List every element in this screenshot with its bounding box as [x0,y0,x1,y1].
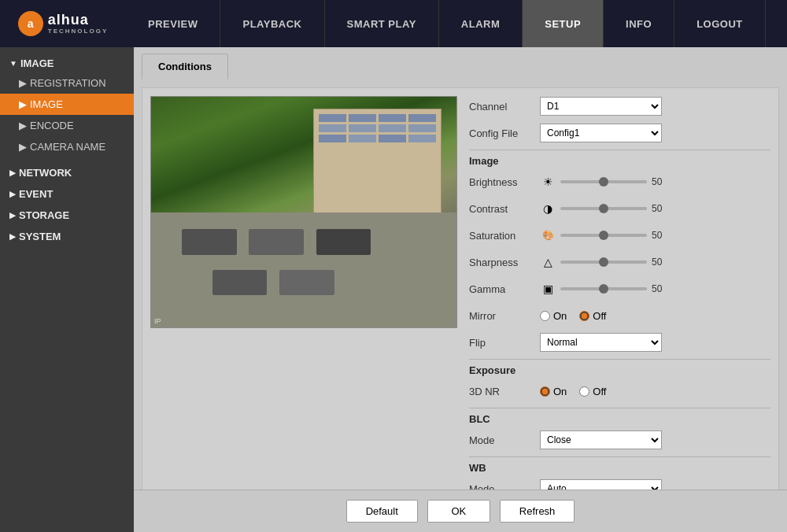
wb-section-title: WB [469,462,770,474]
conditions-tab[interactable]: Conditions [142,54,228,79]
blc-mode-value: Close BLC HLC WDR [540,430,770,449]
sharpness-row: Sharpness △ 50 [469,252,770,272]
contrast-row: Contrast ◑ 50 [469,198,770,219]
sidebar-section-storage[interactable]: ▶ STORAGE [0,203,134,224]
sidebar-cameraname-label: CAMERA NAME [30,141,105,153]
mirror-on-label[interactable]: On [540,310,567,322]
brightness-row: Brightness ☀ 50 [469,172,770,192]
logo-subtext: TECHNOLOGY [48,28,108,35]
brightness-value: ☀ 50 [540,174,770,190]
network-arrow-icon: ▶ [9,168,16,177]
sidebar-encode-label: ENCODE [30,120,74,131]
flip-label: Flip [469,337,540,349]
window [319,135,346,142]
window [319,124,346,132]
car3 [316,229,371,254]
contrast-slider[interactable] [560,207,647,210]
wb-mode-value: Auto Indoor Outdoor Manual [540,479,770,490]
divider-4 [469,456,770,457]
saturation-slider[interactable] [560,234,647,237]
3dnr-off-radio[interactable] [579,386,589,397]
sidebar-item-registration[interactable]: ▶ REGISTRATION [0,72,134,94]
content-area: IP Channel D1 D2 D3 [142,87,779,490]
3dnr-label: 3D NR [469,386,540,397]
config-file-select[interactable]: Config1 Config2 Config3 [540,124,662,142]
window [349,135,376,142]
window [319,114,346,122]
sidebar-cameraname-arrow-icon: ▶ [19,141,27,153]
wb-mode-select[interactable]: Auto Indoor Outdoor Manual [540,479,662,490]
mirror-row: Mirror On Off [469,305,770,326]
window [349,114,376,122]
building-windows [314,109,441,147]
gamma-slider[interactable] [560,287,647,290]
channel-label: Channel [469,101,540,113]
3dnr-on-label[interactable]: On [540,386,567,397]
sidebar-section-network[interactable]: ▶ NETWORK [0,161,134,182]
sidebar-item-image[interactable]: ▶ IMAGE [0,94,134,115]
sidebar-section-event[interactable]: ▶ EVENT [0,182,134,203]
divider-3 [469,408,770,408]
mirror-on-text: On [553,310,567,322]
3dnr-on-text: On [553,386,567,397]
mirror-label: Mirror [469,310,540,322]
sharpness-val: 50 [652,257,674,268]
tab-smartplay[interactable]: SMART PLAY [325,0,439,47]
storage-arrow-icon: ▶ [9,211,16,220]
refresh-button[interactable]: Refresh [500,500,575,523]
gamma-value: ▣ 50 [540,281,770,297]
3dnr-on-radio[interactable] [540,386,550,397]
flip-select[interactable]: Normal Flip Mirror 180° [540,333,662,352]
tab-bar: Conditions [142,54,779,79]
mirror-off-label[interactable]: Off [579,310,606,322]
contrast-value: ◑ 50 [540,201,770,216]
sidebar-arrow-icon: ▶ [19,77,27,89]
car5 [279,270,334,295]
sharpness-value: △ 50 [540,254,770,270]
sidebar-section-image[interactable]: ▼ IMAGE [0,51,134,72]
tab-logout[interactable]: LOGOUT [674,0,766,47]
flip-value: Normal Flip Mirror 180° [540,333,770,352]
gamma-row: Gamma ▣ 50 [469,279,770,299]
blc-mode-select[interactable]: Close BLC HLC WDR [540,430,662,449]
window [408,135,436,142]
car1 [182,229,237,254]
window [349,124,376,132]
channel-select[interactable]: D1 D2 D3 D4 [540,97,662,116]
tab-playback[interactable]: PLAYBACK [220,0,324,47]
sidebar-item-cameraname[interactable]: ▶ CAMERA NAME [0,136,134,157]
sharpness-slider[interactable] [560,260,647,264]
tab-bar-area: Conditions [134,47,787,87]
gamma-slider-container: ▣ 50 [540,281,674,297]
window [408,124,436,132]
gamma-icon: ▣ [540,281,556,297]
sidebar-item-encode[interactable]: ▶ ENCODE [0,115,134,136]
body-layout: ▼ IMAGE ▶ REGISTRATION ▶ IMAGE ▶ ENCODE … [0,47,787,532]
logo-image: a alhua TECHNOLOGY [18,11,108,36]
sidebar-encode-arrow-icon: ▶ [19,120,27,131]
sidebar-system-label: SYSTEM [19,231,61,242]
main-content: IP Channel D1 D2 D3 [134,87,787,490]
tab-preview[interactable]: PREVIEW [126,0,220,47]
mirror-on-radio[interactable] [540,311,550,321]
tab-info[interactable]: INFO [604,0,674,47]
channel-value: D1 D2 D3 D4 [540,97,770,116]
system-arrow-icon: ▶ [9,232,16,241]
saturation-slider-container: 🎨 50 [540,227,674,243]
flip-row: Flip Normal Flip Mirror 180° [469,332,770,353]
saturation-val: 50 [652,230,674,241]
mirror-off-radio[interactable] [579,311,589,321]
saturation-row: Saturation 🎨 50 [469,225,770,246]
ok-button[interactable]: OK [427,500,490,523]
nav-tabs: PREVIEW PLAYBACK SMART PLAY ALARM SETUP … [126,0,787,47]
tab-alarm[interactable]: ALARM [439,0,523,47]
brightness-slider[interactable] [560,180,647,183]
default-button[interactable]: Default [346,500,418,523]
sidebar-section-system[interactable]: ▶ SYSTEM [0,224,134,246]
divider-2 [469,359,770,360]
brightness-icon: ☀ [540,174,556,190]
brightness-slider-container: ☀ 50 [540,174,674,190]
3dnr-off-label[interactable]: Off [579,386,606,397]
tab-setup[interactable]: SETUP [523,0,604,47]
contrast-val: 50 [652,203,674,214]
